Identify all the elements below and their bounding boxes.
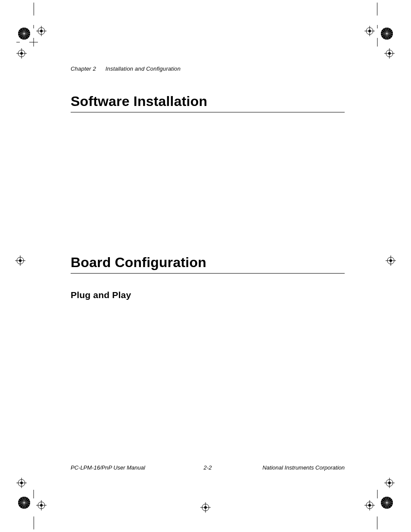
crop-mark-icon — [384, 254, 397, 267]
crop-tick-icon — [377, 3, 377, 16]
crop-tick-icon — [34, 516, 34, 529]
chapter-title: Installation and Configuration — [106, 65, 181, 72]
crop-mark-icon — [199, 501, 212, 514]
crop-mark-icon — [360, 25, 395, 59]
running-header: Chapter 2 Installation and Configuration — [71, 65, 345, 72]
footer-page-number: 2-2 — [204, 464, 212, 471]
footer-right: National Instruments Corporation — [262, 464, 345, 471]
crop-mark-icon — [16, 25, 51, 59]
crop-mark-icon — [14, 254, 27, 267]
heading-plug-and-play: Plug and Play — [71, 290, 345, 300]
crop-mark-icon — [16, 477, 51, 511]
footer-left: PC-LPM-16/PnP User Manual — [71, 464, 145, 471]
chapter-label: Chapter 2 — [71, 65, 96, 72]
crop-mark-icon — [360, 477, 395, 511]
heading-software-installation: Software Installation — [71, 93, 345, 112]
crop-tick-icon — [34, 3, 34, 16]
crop-tick-icon — [377, 516, 377, 529]
page-footer: PC-LPM-16/PnP User Manual 2-2 National I… — [71, 464, 345, 471]
heading-board-configuration: Board Configuration — [71, 255, 345, 274]
